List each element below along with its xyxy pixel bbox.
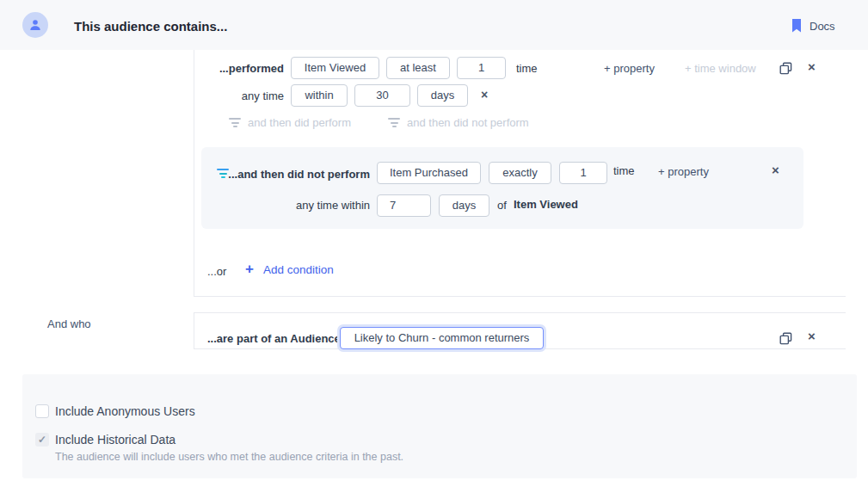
add-condition-button[interactable]: + Add condition: [245, 262, 334, 276]
days-count-input[interactable]: 30: [354, 84, 410, 107]
bookmark-icon: [791, 19, 802, 33]
filter-icon: [229, 118, 241, 127]
filter-icon: [388, 118, 400, 127]
days-unit-select[interactable]: days: [417, 84, 468, 107]
check-icon: ✓: [38, 433, 46, 447]
include-historical-checkbox[interactable]: ✓: [35, 433, 49, 447]
copy-icon: [779, 62, 792, 75]
event-select[interactable]: Item Viewed: [291, 57, 379, 79]
filter-icon: [217, 169, 229, 178]
docs-label: Docs: [810, 20, 835, 33]
close-nested-condition-button[interactable]: ×: [772, 164, 779, 176]
remove-time-window-button[interactable]: ×: [481, 89, 488, 101]
and-then-did-perform-label: and then did perform: [248, 116, 351, 129]
audience-select[interactable]: Likely to Churn - common returners: [340, 327, 544, 349]
page-title: This audience contains...: [74, 19, 227, 34]
include-historical-description: The audience will include users who met …: [55, 451, 403, 463]
days-unit-select[interactable]: days: [439, 194, 489, 217]
duplicate-audience-condition-button[interactable]: [779, 332, 792, 348]
part-of-audience-label: ...are part of an Audience: [207, 332, 341, 345]
header: This audience contains... Docs: [0, 0, 868, 50]
time-label: time: [516, 62, 538, 75]
time-label: time: [613, 164, 635, 177]
and-then-did-not-perform-button[interactable]: and then did not perform: [388, 116, 529, 129]
of-label: of: [497, 199, 507, 212]
and-who-label: And who: [47, 317, 91, 330]
count-input[interactable]: 1: [559, 162, 607, 184]
or-label: ...or: [207, 265, 226, 278]
close-audience-condition-button[interactable]: ×: [808, 330, 816, 342]
docs-link[interactable]: Docs: [791, 19, 835, 33]
duplicate-condition-button[interactable]: [779, 62, 792, 78]
nested-condition-block: [201, 147, 803, 229]
and-then-did-not-perform-label: and then did not perform: [407, 116, 529, 129]
include-anonymous-label: Include Anonymous Users: [55, 404, 195, 418]
include-historical-label: Include Historical Data: [55, 433, 175, 447]
close-condition-button[interactable]: ×: [808, 61, 816, 73]
of-event-label: Item Viewed: [514, 198, 578, 211]
did-not-perform-label: ...and then did not perform: [228, 168, 370, 181]
add-condition-label: Add condition: [263, 263, 334, 276]
include-anonymous-checkbox[interactable]: [35, 404, 49, 418]
user-icon: [28, 18, 42, 32]
any-time-within-label: any time within: [296, 199, 370, 212]
copy-icon: [779, 332, 792, 345]
within-select[interactable]: within: [291, 84, 348, 107]
plus-icon: +: [245, 262, 254, 276]
avatar: [22, 12, 48, 38]
days-count-input[interactable]: 7: [377, 194, 431, 217]
operator-select[interactable]: exactly: [489, 162, 551, 184]
performed-label: ...performed: [219, 62, 284, 75]
operator-select[interactable]: at least: [386, 57, 450, 79]
count-input[interactable]: 1: [457, 57, 506, 79]
any-time-label: any time: [242, 89, 284, 102]
add-time-window-button[interactable]: + time window: [685, 62, 756, 75]
event-select[interactable]: Item Purchased: [377, 162, 481, 184]
and-then-did-perform-button[interactable]: and then did perform: [229, 116, 351, 129]
add-property-button[interactable]: + property: [604, 62, 655, 75]
add-property-button[interactable]: + property: [658, 165, 709, 178]
